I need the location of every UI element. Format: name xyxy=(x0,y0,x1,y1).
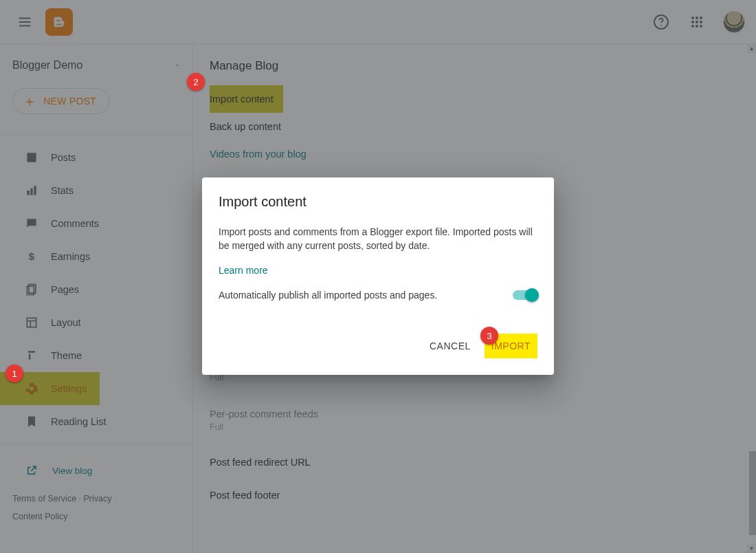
auto-publish-toggle[interactable] xyxy=(513,290,537,300)
step-badge-2: 2 xyxy=(187,73,205,91)
modal-overlay: Import content Import posts and comments… xyxy=(0,0,756,553)
step-badge-1: 1 xyxy=(5,365,23,382)
learn-more-link[interactable]: Learn more xyxy=(219,265,268,276)
step-badge-3: 3 xyxy=(480,327,498,345)
auto-publish-label: Automatically publish all imported posts… xyxy=(219,290,437,301)
import-content-dialog: Import content Import posts and comments… xyxy=(202,177,554,375)
dialog-body: Import posts and comments from a Blogger… xyxy=(219,225,537,253)
dialog-title: Import content xyxy=(219,194,537,210)
cancel-button[interactable]: CANCEL xyxy=(421,334,479,358)
